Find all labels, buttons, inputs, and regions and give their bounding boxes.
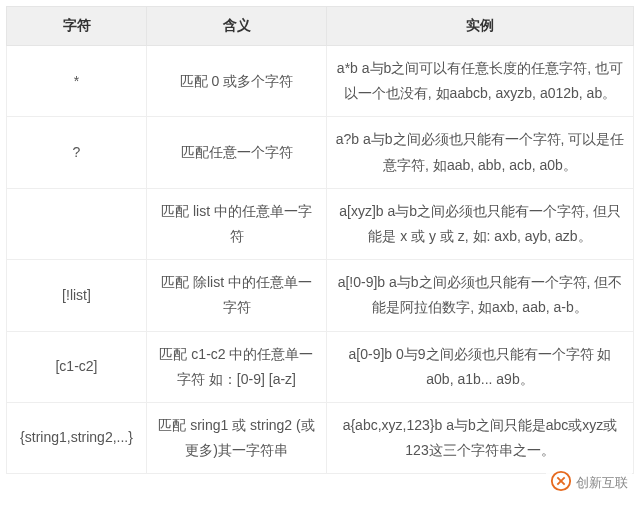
watermark: 创新互联 [546, 468, 632, 480]
svg-point-0 [552, 472, 570, 480]
header-meaning: 含义 [147, 7, 327, 46]
cell-example: a*b a与b之间可以有任意长度的任意字符, 也可以一个也没有, 如aabcb,… [327, 46, 634, 117]
cell-meaning: 匹配 c1-c2 中的任意单一字符 如：[0-9] [a-z] [147, 331, 327, 402]
table-row: [c1-c2] 匹配 c1-c2 中的任意单一字符 如：[0-9] [a-z] … [7, 331, 634, 402]
cell-meaning: 匹配 sring1 或 string2 (或更多)其一字符串 [147, 402, 327, 473]
cell-char [7, 188, 147, 259]
wildcard-table: 字符 含义 实例 * 匹配 0 或多个字符 a*b a与b之间可以有任意长度的任… [6, 6, 634, 474]
header-char: 字符 [7, 7, 147, 46]
cell-meaning: 匹配 list 中的任意单一字符 [147, 188, 327, 259]
cell-char: * [7, 46, 147, 117]
header-example: 实例 [327, 7, 634, 46]
table-row: 匹配 list 中的任意单一字符 a[xyz]b a与b之间必须也只能有一个字符… [7, 188, 634, 259]
table-row: ? 匹配任意一个字符 a?b a与b之间必须也只能有一个字符, 可以是任意字符,… [7, 117, 634, 188]
cell-char: [!list] [7, 260, 147, 331]
cell-meaning: 匹配 0 或多个字符 [147, 46, 327, 117]
watermark-logo-icon [550, 470, 572, 480]
cell-meaning: 匹配任意一个字符 [147, 117, 327, 188]
cell-example: a?b a与b之间必须也只能有一个字符, 可以是任意字符, 如aab, abb,… [327, 117, 634, 188]
table-row: * 匹配 0 或多个字符 a*b a与b之间可以有任意长度的任意字符, 也可以一… [7, 46, 634, 117]
cell-example: a[xyz]b a与b之间必须也只能有一个字符, 但只能是 x 或 y 或 z,… [327, 188, 634, 259]
table-header-row: 字符 含义 实例 [7, 7, 634, 46]
cell-example: a[0-9]b 0与9之间必须也只能有一个字符 如a0b, a1b... a9b… [327, 331, 634, 402]
cell-char: [c1-c2] [7, 331, 147, 402]
cell-meaning: 匹配 除list 中的任意单一字符 [147, 260, 327, 331]
cell-char: {string1,string2,...} [7, 402, 147, 473]
cell-example: a{abc,xyz,123}b a与b之间只能是abc或xyz或123这三个字符… [327, 402, 634, 473]
table-row: [!list] 匹配 除list 中的任意单一字符 a[!0-9]b a与b之间… [7, 260, 634, 331]
cell-example: a[!0-9]b a与b之间必须也只能有一个字符, 但不能是阿拉伯数字, 如ax… [327, 260, 634, 331]
watermark-text: 创新互联 [576, 474, 628, 481]
cell-char: ? [7, 117, 147, 188]
table-row: {string1,string2,...} 匹配 sring1 或 string… [7, 402, 634, 473]
